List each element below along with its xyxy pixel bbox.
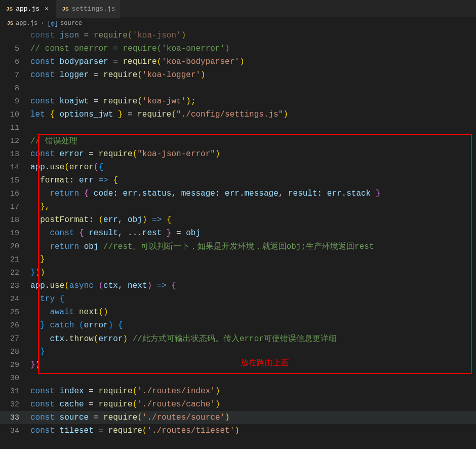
code-line: } <box>30 255 45 264</box>
line-number: 11 <box>0 124 30 132</box>
code-line: const bodyparser = require('koa-bodypars… <box>30 57 245 66</box>
breadcrumb-symbol: source <box>60 20 82 27</box>
line-number: 14 <box>0 163 30 172</box>
line-number: 9 <box>0 97 30 106</box>
line-number: 33 <box>0 414 30 422</box>
code-line: await next() <box>30 308 108 317</box>
line-number: 26 <box>0 321 30 330</box>
line-number: 31 <box>0 387 30 396</box>
tab-settings-js[interactable]: JS settings.js <box>56 0 120 18</box>
code-line: } catch (error) { <box>30 321 123 330</box>
line-number: 30 <box>0 374 30 383</box>
code-line: postFormat: (err, obj) => { <box>30 215 171 224</box>
code-line: const index = require('./routes/index') <box>30 387 220 396</box>
line-number: 29 <box>0 361 30 369</box>
line-number: 28 <box>0 348 30 356</box>
code-line: app.use(error({ <box>30 163 103 172</box>
tab-label: app.js <box>16 5 39 13</box>
line-number: 25 <box>0 308 30 317</box>
code-line: const tileset = require('./routes/tilese… <box>30 426 240 435</box>
line-number: 5 <box>0 45 30 53</box>
symbol-variable-icon: [ϕ] <box>47 20 58 27</box>
line-number: 24 <box>0 295 30 304</box>
line-number: 32 <box>0 400 30 409</box>
line-number: 10 <box>0 110 30 119</box>
code-line: const { result, ...rest } = obj <box>30 229 201 238</box>
tab-label: settings.js <box>72 5 115 13</box>
line-number: 7 <box>0 71 30 80</box>
code-line: }, <box>30 202 50 211</box>
js-file-icon: JS <box>62 6 68 12</box>
code-editor[interactable]: const json = require('koa-json') 5// con… <box>0 29 476 437</box>
code-line: // const onerror = require('koa-onerror'… <box>30 44 230 53</box>
line-number: 27 <box>0 334 30 343</box>
line-number: 12 <box>0 137 30 145</box>
code-line: format: err => { <box>30 176 118 185</box>
line-number: 23 <box>0 282 30 290</box>
line-number: 19 <box>0 229 30 238</box>
code-line: try { <box>30 294 64 304</box>
code-line: const source = require('./routes/source'… <box>30 413 230 422</box>
line-number: 34 <box>0 427 30 435</box>
code-line: return obj //rest。可以判断一下，如果是开发环境，就返回obj;… <box>30 241 374 252</box>
code-line: app.use(async (ctx, next) => { <box>30 281 176 290</box>
line-number: 17 <box>0 203 30 211</box>
tab-bar: JS app.js × JS settings.js <box>0 0 476 18</box>
close-icon[interactable]: × <box>43 5 51 13</box>
code-line: const koajwt = require('koa-jwt'); <box>30 97 195 106</box>
code-line: const error = require("koa-json-error") <box>30 149 220 159</box>
line-number: 22 <box>0 269 30 277</box>
code-line: // 错误处理 <box>30 136 77 146</box>
line-number: 20 <box>0 242 30 251</box>
code-line: const cache = require('./routes/cache') <box>30 400 220 409</box>
breadcrumb-file: app.js <box>16 20 37 27</box>
code-line: return { code: err.status, message: err.… <box>30 189 380 198</box>
code-line: })) <box>30 268 45 277</box>
chevron-right-icon: › <box>41 20 44 27</box>
line-number: 16 <box>0 190 30 198</box>
breadcrumb[interactable]: JS app.js › [ϕ] source <box>0 18 476 29</box>
line-number: 15 <box>0 176 30 185</box>
line-number: 18 <box>0 216 30 224</box>
code-line: ctx.throw(error) //此方式可输出状态码。传入error可使错误… <box>30 333 337 344</box>
js-file-icon: JS <box>6 6 13 12</box>
line-number: 21 <box>0 255 30 264</box>
line-number: 6 <box>0 58 30 66</box>
js-file-icon: JS <box>7 21 13 26</box>
line-number: 13 <box>0 150 30 159</box>
code-line: } <box>30 347 45 356</box>
code-line: }) <box>30 360 40 369</box>
line-number: 8 <box>0 84 30 93</box>
tab-app-js[interactable]: JS app.js × <box>0 0 56 18</box>
code-line: const logger = require('koa-logger') <box>30 70 206 80</box>
code-line: let { options_jwt } = require("./config/… <box>30 110 288 119</box>
